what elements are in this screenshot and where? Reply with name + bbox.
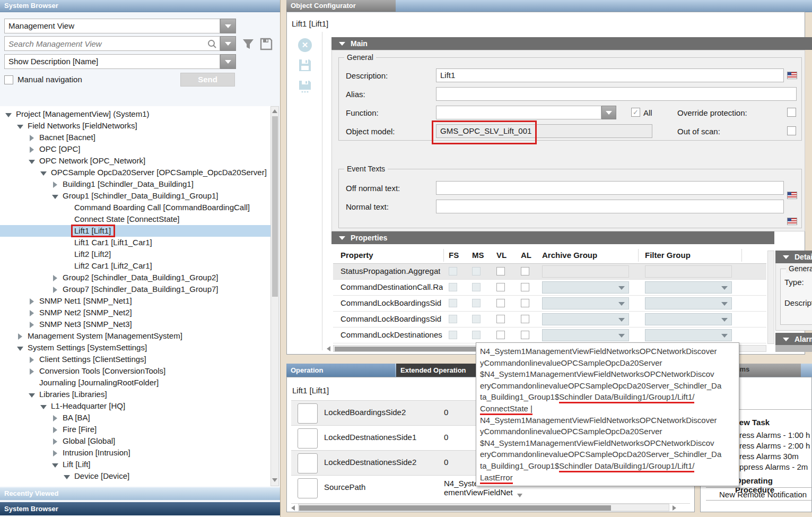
function-dropdown[interactable] [436,106,601,119]
ms-checkbox[interactable] [472,331,481,339]
system-browser-bottom-bar[interactable]: System Browser [0,502,280,515]
vl-checkbox[interactable] [496,283,505,291]
filter-group-combo[interactable] [645,313,732,325]
view-dropdown-button[interactable] [220,19,236,33]
operation-command-button[interactable] [298,453,318,473]
expand-arrow-icon[interactable] [17,333,23,340]
search-input[interactable] [5,37,201,50]
vl-checkbox[interactable] [496,267,505,275]
off-normal-text-field[interactable] [436,181,784,195]
properties-scroll-left-icon[interactable] [327,346,330,351]
search-options-button[interactable] [220,36,236,51]
al-checkbox[interactable] [521,315,529,323]
tree-item[interactable]: Global [Global] [0,435,270,447]
tree-item[interactable]: Bacnet [Bacnet] [0,132,270,143]
object-configurator-tab[interactable]: Object Configurator [286,0,396,12]
tree-scrollbar[interactable] [270,106,279,486]
tree-item[interactable]: Conversion Tools [ConversionTools] [0,365,270,377]
vl-checkbox[interactable] [496,315,505,323]
tree-item[interactable]: Lift1 [Lift1] [0,225,270,237]
send-button[interactable]: Send [180,73,235,87]
expand-arrow-icon[interactable] [29,135,35,141]
tree-item[interactable]: Group2 [Schindler_Data_Building1_Group2] [0,272,270,283]
ms-checkbox[interactable] [472,299,481,307]
properties-section-header[interactable]: Properties [331,231,774,244]
tree-item[interactable]: Device [Device] [0,470,270,482]
fs-checkbox[interactable] [449,299,457,307]
manual-navigation-checkbox[interactable] [4,75,13,84]
archive-group-combo[interactable] [542,313,629,325]
expand-arrow-icon[interactable] [52,450,58,456]
expand-arrow-icon[interactable] [52,287,58,293]
function-dropdown-button[interactable] [601,106,616,119]
tree-item[interactable]: System Settings [SystemSettings] [0,342,270,354]
collapse-arrow-icon[interactable] [29,158,35,165]
al-checkbox[interactable] [521,331,529,339]
tree-item[interactable]: Building1 [Schindler_Data_Building1] [0,178,270,190]
collapse-arrow-icon[interactable] [64,473,70,480]
tree-item[interactable]: Connect State [ConnectState] [0,213,270,225]
vl-checkbox[interactable] [496,299,505,307]
description-mode-dropdown-button[interactable] [220,54,236,69]
save-icon[interactable] [298,58,312,72]
tree-item[interactable]: OPC Network [OPC_Network] [0,155,270,167]
al-checkbox[interactable] [521,267,529,275]
tree-item[interactable]: Field Networks [FieldNetworks] [0,120,270,132]
tree-item[interactable]: SNMP Net3 [SNMP_Net3] [0,318,270,330]
archive-group-combo[interactable] [542,281,629,294]
expand-arrow-icon[interactable] [52,438,58,445]
normal-text-field[interactable] [436,200,784,213]
detail-section-header[interactable]: Detai [775,251,812,263]
operation-tab[interactable]: Operation [286,364,395,377]
archive-group-combo[interactable] [542,297,629,309]
expand-arrow-icon[interactable] [29,310,35,316]
alarm-section-header[interactable]: Alarm [775,333,812,346]
fs-checkbox[interactable] [449,315,457,323]
expand-arrow-icon[interactable] [29,368,35,375]
language-flag-icon[interactable] [787,72,797,79]
filter-icon[interactable] [241,37,255,51]
ms-checkbox[interactable] [472,267,481,275]
filter-group-combo[interactable] [645,329,732,341]
tree-item[interactable]: L1-Headquarter [HQ] [0,400,270,412]
operation-scroll-left-icon[interactable] [291,505,295,511]
collapse-arrow-icon[interactable] [52,462,58,468]
tree-item[interactable]: Intrusion [Intrusion] [0,447,270,459]
tree-item[interactable]: BA [BA] [0,412,270,424]
collapse-arrow-icon[interactable] [40,403,47,410]
operation-command-button[interactable] [298,478,318,498]
operation-scroll-right-icon[interactable] [673,505,676,511]
operation-hscrollbar[interactable] [298,504,669,511]
tree-item[interactable]: Project [ManagementView] (System1) [0,108,270,120]
filter-group-combo[interactable] [645,281,732,294]
collapse-arrow-icon[interactable] [17,123,23,130]
tree-item[interactable]: Lift2 Car1 [Lift2_Car1] [0,260,270,272]
recently-viewed-bar[interactable]: Recently Viewed [0,487,280,500]
tree-item[interactable]: Lift1 Car1 [Lift1_Car1] [0,237,270,248]
expand-arrow-icon[interactable] [29,298,35,305]
tree-item[interactable]: Command Boarding Call [CommandBoardingCa… [0,202,270,213]
collapse-arrow-icon[interactable] [52,193,58,200]
tree-item[interactable]: SNMP Net1 [SNMP_Net1] [0,295,270,307]
out-of-scan-checkbox[interactable] [787,126,796,135]
filter-group-combo[interactable] [645,297,732,309]
override-protection-checkbox[interactable] [787,108,796,117]
tree-item[interactable]: SNMP Net2 [SNMP_Net2] [0,307,270,318]
archive-group-combo[interactable] [542,329,629,341]
expand-arrow-icon[interactable] [52,182,58,188]
tree-item[interactable]: Lift [Lift] [0,459,270,470]
normal-flag-icon[interactable] [787,218,797,225]
view-dropdown[interactable]: Management View [4,19,220,33]
new-remote-notification-item[interactable]: New Remote Notification [719,490,807,499]
tree-item[interactable]: Lift2 [Lift2] [0,248,270,260]
fs-checkbox[interactable] [449,331,457,339]
fs-checkbox[interactable] [449,267,457,275]
tree-item[interactable]: Management System [ManagementSystem] [0,330,270,342]
tree-item[interactable]: Group7 [Schindler_Data_Building1_Group7] [0,283,270,295]
tree-item[interactable]: Journaling [JournalingRootFolder] [0,377,270,389]
tree-item[interactable]: OPC [OPC] [0,143,270,155]
collapse-arrow-icon[interactable] [29,392,35,398]
al-checkbox[interactable] [521,283,529,291]
al-checkbox[interactable] [521,299,529,307]
expand-arrow-icon[interactable] [29,357,35,363]
